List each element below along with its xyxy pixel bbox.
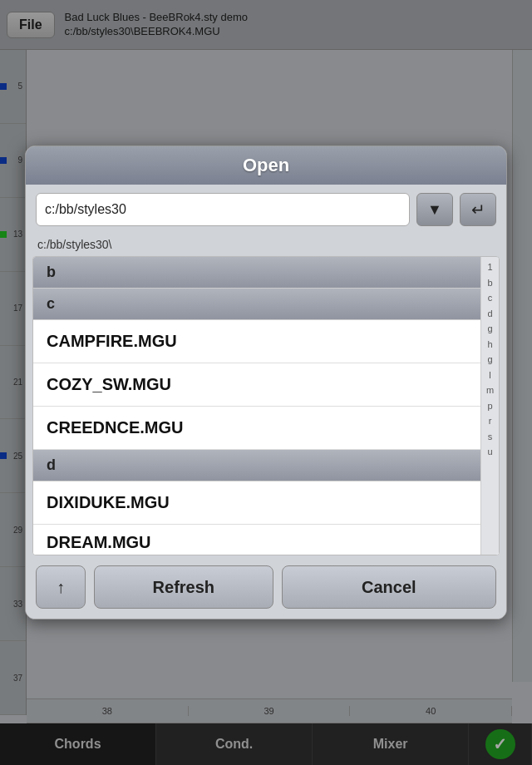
list-item[interactable]: CREEDNCE.MGU	[33, 407, 499, 450]
refresh-button[interactable]: Refresh	[94, 565, 273, 609]
up-button[interactable]: ↑	[36, 565, 86, 609]
open-dialog: Open ▼ ↵ c:/bb/styles30\ b c	[25, 146, 507, 619]
list-item[interactable]: COZY_SW.MGU	[33, 363, 499, 407]
file-list-inner: b c CAMPFIRE.MGU COZY_SW.MGU CREEDNCE.MG…	[33, 257, 499, 555]
list-item[interactable]: DIXIDUKE.MGU	[33, 481, 499, 525]
modal-overlay: Open ▼ ↵ c:/bb/styles30\ b c	[0, 0, 532, 765]
modal-title-bar: Open	[26, 146, 506, 185]
file-list: b c CAMPFIRE.MGU COZY_SW.MGU CREEDNCE.MG…	[32, 256, 500, 555]
section-header-d[interactable]: d	[33, 450, 499, 481]
section-header-b[interactable]: b	[33, 257, 499, 289]
section-header-c[interactable]: c	[33, 289, 499, 320]
path-input[interactable]	[36, 193, 410, 226]
path-enter-button[interactable]: ↵	[460, 193, 496, 226]
list-item[interactable]: CAMPFIRE.MGU	[33, 320, 499, 363]
modal-btn-row: ↑ Refresh Cancel	[26, 555, 506, 619]
modal-title: Open	[39, 155, 493, 176]
list-index: 1 b c d g h g l m p r s u	[480, 257, 499, 555]
path-row: ▼ ↵	[26, 185, 506, 234]
current-path-label: c:/bb/styles30\	[26, 234, 506, 256]
path-dropdown-button[interactable]: ▼	[416, 193, 453, 226]
list-item-partial[interactable]: DREAM.MGU	[33, 525, 499, 555]
cancel-button[interactable]: Cancel	[282, 565, 496, 609]
